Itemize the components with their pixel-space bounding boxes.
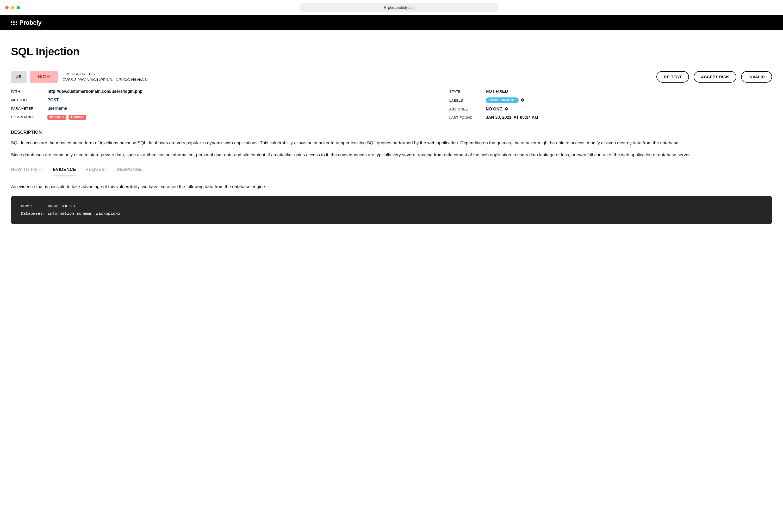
description-body: SQL Injections are the most common form … xyxy=(11,139,772,158)
assignee-label: ASSIGNEE xyxy=(449,107,480,111)
path-label: PATH xyxy=(11,90,42,94)
meta-left-column: PATH http://dev.customerdomain.com/users… xyxy=(11,89,439,120)
page-title: SQL Injection xyxy=(11,45,772,58)
assignee-value: NO ONE xyxy=(486,107,502,112)
compliance-chip[interactable]: OWASP xyxy=(68,115,86,120)
state-label: STATE xyxy=(449,90,480,94)
method-value: POST xyxy=(48,98,439,102)
brand-logo-icon xyxy=(11,21,17,25)
compliance-label: COMPLIANCE xyxy=(11,115,42,119)
method-label: METHOD xyxy=(11,98,42,102)
last-found-label: LAST FOUND xyxy=(449,116,480,120)
evidence-intro: As evidence that is possible to take adv… xyxy=(11,183,772,190)
description-paragraph: SQL Injections are the most common form … xyxy=(11,139,772,147)
cvss-block: CVSS SCORE 8.6 CVSS:3.0/AV:N/AC:L/PR:N/U… xyxy=(63,71,148,83)
tab-how-to-fix-it[interactable]: HOW TO FIX IT xyxy=(11,167,43,176)
tab-response[interactable]: RESPONSE xyxy=(117,167,142,176)
compliance-chips: PCI-DSS OWASP xyxy=(48,115,439,120)
parameter-label: PARAMETER xyxy=(11,106,42,111)
finding-id-badge: #6 xyxy=(11,71,27,83)
minimize-window-button[interactable] xyxy=(11,6,14,9)
topbar: Probely xyxy=(0,15,783,30)
brand-logo[interactable]: Probely xyxy=(11,19,41,26)
compliance-chip[interactable]: PCI-DSS xyxy=(48,115,66,120)
assignee-row: NO ONE xyxy=(486,107,772,112)
path-value: http://dev.customerdomain.com/users/logi… xyxy=(48,89,439,94)
description-heading: DESCRIPTION xyxy=(11,130,772,135)
retest-button[interactable]: RE-TEST xyxy=(656,71,689,83)
meta-right-column: STATE NOT FIXED LABELS DEVELOPMENT ASSIG… xyxy=(449,89,772,120)
parameter-value: username xyxy=(48,106,439,111)
close-window-button[interactable] xyxy=(5,6,9,9)
severity-badge: HIGH xyxy=(30,71,58,83)
cvss-label: CVSS SCORE xyxy=(63,72,88,76)
description-paragraph: Since databases are commonly used to sto… xyxy=(11,152,772,158)
fullscreen-window-button[interactable] xyxy=(17,6,20,9)
detail-tabs: HOW TO FIX IT EVIDENCE REQUEST RESPONSE xyxy=(11,167,772,176)
traffic-lights xyxy=(5,6,20,9)
brand-name: Probely xyxy=(20,19,42,26)
labels-label: LABELS xyxy=(449,98,480,102)
gear-icon[interactable] xyxy=(521,98,525,103)
evidence-code-block: DBMS: MySQL >= 5.0 Databases: informatio… xyxy=(11,196,772,224)
lock-icon xyxy=(383,6,386,10)
window-chrome: plus.probely.app xyxy=(0,0,783,15)
last-found-value: JAN 30, 2021, AT 06:34 AM xyxy=(486,115,772,120)
gear-icon[interactable] xyxy=(504,107,508,112)
labels-chips: DEVELOPMENT xyxy=(486,97,772,103)
tab-evidence[interactable]: EVIDENCE xyxy=(53,167,76,176)
state-value: NOT FIXED xyxy=(486,89,772,94)
cvss-vector: CVSS:3.0/AV:N/AC:L/PR:N/UI:N/S:C/C:H/I:N… xyxy=(63,77,148,83)
invalid-button[interactable]: INVALID xyxy=(741,71,772,83)
address-bar-url: plus.probely.app xyxy=(388,5,415,10)
cvss-score: 8.6 xyxy=(89,72,95,76)
accept-risk-button[interactable]: ACCEPT RISK xyxy=(694,71,737,83)
tab-request[interactable]: REQUEST xyxy=(86,167,107,176)
address-bar[interactable]: plus.probely.app xyxy=(300,3,498,12)
label-chip[interactable]: DEVELOPMENT xyxy=(486,97,519,103)
